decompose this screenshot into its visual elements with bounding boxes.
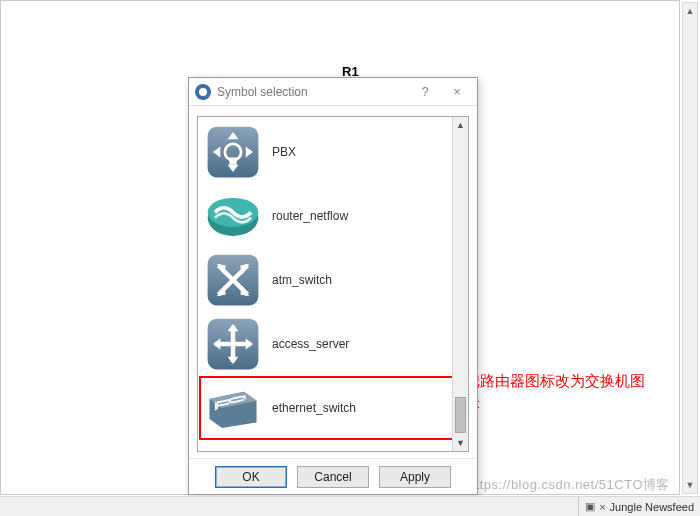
pbx-icon [204,123,262,181]
close-button[interactable]: × [441,81,473,103]
list-item-label: atm_switch [272,273,332,287]
scrollbar-thumb[interactable] [455,397,466,433]
pin-icon[interactable]: ▣ [585,500,595,513]
close-icon[interactable]: × [599,501,605,513]
atm-switch-icon [204,251,262,309]
annotation-text: 把路由器图标改为交换机图标 [465,370,645,415]
list-item-label: PBX [272,145,296,159]
status-bar: ▣ × Jungle Newsfeed [0,496,700,516]
newsfeed-label: Jungle Newsfeed [610,501,694,513]
list-item-label: ethernet_switch [272,401,356,415]
svg-rect-2 [229,157,236,164]
symbol-selection-dialog: Symbol selection ? × [188,77,478,495]
dialog-titlebar[interactable]: Symbol selection ? × [189,78,477,106]
watermark-text: https://blog.csdn.net/51CTO博客 [468,476,670,494]
dialog-button-bar: OK Cancel Apply [189,458,477,494]
cancel-button[interactable]: Cancel [297,466,369,488]
scroll-down-icon[interactable]: ▼ [453,435,468,451]
help-button[interactable]: ? [409,81,441,103]
dialog-title: Symbol selection [217,85,409,99]
scroll-up-icon[interactable]: ▲ [453,117,468,133]
list-item-selected[interactable]: ethernet_switch [200,377,466,439]
apply-button[interactable]: Apply [379,466,451,488]
list-vertical-scrollbar[interactable]: ▲ ▼ [452,117,468,451]
list-item[interactable]: atm_switch [200,249,466,311]
router-netflow-icon [204,187,262,245]
symbol-listbox[interactable]: PBX router_netflow [197,116,469,452]
list-item[interactable]: access_server [200,313,466,375]
scroll-down-icon[interactable]: ▼ [683,477,697,493]
list-item-label: access_server [272,337,349,351]
app-icon [195,84,211,100]
ethernet-switch-icon [204,379,262,437]
list-item[interactable]: router_netflow [200,185,466,247]
newsfeed-panel-header[interactable]: ▣ × Jungle Newsfeed [578,497,700,516]
scroll-up-icon[interactable]: ▲ [683,3,697,19]
list-item[interactable]: PBX [200,121,466,183]
access-server-icon [204,315,262,373]
ok-button[interactable]: OK [215,466,287,488]
list-item-label: router_netflow [272,209,348,223]
canvas-vertical-scrollbar[interactable]: ▲ ▼ [682,2,698,494]
